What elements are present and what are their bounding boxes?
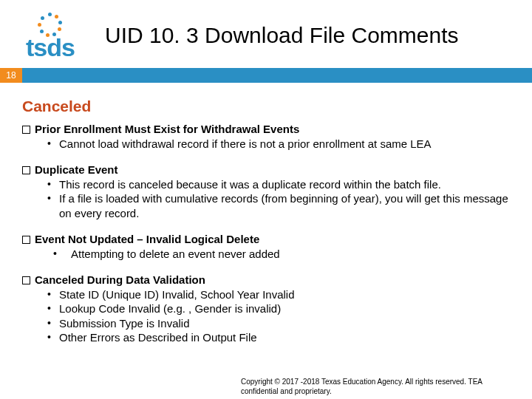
slide: tsds UID 10. 3 Download File Comments 18… [0,0,532,399]
header: tsds UID 10. 3 Download File Comments [0,0,532,66]
logo-text: tsds [26,36,75,59]
items-list: Prior Enrollment Must Exist for Withdraw… [22,122,510,345]
sub-bullet: State ID (Unique ID) Invalid, School Yea… [47,287,510,302]
sub-bullet: Lookup Code Invalid (e.g. , Gender is in… [47,301,510,316]
content-item: Event Not Updated – Invalid Logical Dele… [22,232,510,261]
content-item: Duplicate EventThis record is canceled b… [22,163,510,220]
item-title-text: Prior Enrollment Must Exist for Withdraw… [35,123,299,135]
page-title: UID 10. 3 Download File Comments [105,23,459,49]
slide-number-badge: 18 [0,68,22,83]
sub-bullet-list: Attempting to delete an event never adde… [22,247,510,262]
sub-bullet-list: State ID (Unique ID) Invalid, School Yea… [22,287,510,345]
sub-bullet: This record is canceled because it was a… [47,177,510,192]
title-band: 18 [0,68,532,83]
footer-copyright: Copyright © 2017 -2018 Texas Education A… [241,378,514,396]
section-heading: Canceled [22,96,510,116]
checkbox-bullet-icon [22,126,30,134]
item-title-text: Duplicate Event [35,163,118,176]
content-item: Prior Enrollment Must Exist for Withdraw… [22,122,510,151]
checkbox-bullet-icon [22,236,30,244]
checkbox-bullet-icon [22,276,30,284]
sub-bullet: Other Errors as Described in Output File [47,330,510,345]
sub-bullet: Attempting to delete an event never adde… [47,247,510,262]
sub-bullet: Cannot load withdrawal record if there i… [47,137,510,151]
item-title: Prior Enrollment Must Exist for Withdraw… [22,122,510,137]
sub-bullet: If a file is loaded with cumulative reco… [47,191,510,220]
logo-dot-ring-icon [38,13,63,38]
item-title-text: Canceled During Data Validation [35,273,205,286]
item-title: Canceled During Data Validation [22,273,510,287]
content-area: Canceled Prior Enrollment Must Exist for… [0,83,532,345]
sub-bullet: Submission Type is Invalid [47,316,510,331]
item-title: Duplicate Event [22,163,510,177]
item-title-text: Event Not Updated – Invalid Logical Dele… [35,233,259,245]
checkbox-bullet-icon [22,166,30,174]
content-item: Canceled During Data ValidationState ID … [22,273,510,345]
sub-bullet-list: Cannot load withdrawal record if there i… [22,137,510,151]
item-title: Event Not Updated – Invalid Logical Dele… [22,232,510,247]
sub-bullet-list: This record is canceled because it was a… [22,177,510,221]
tsds-logo: tsds [13,12,87,59]
